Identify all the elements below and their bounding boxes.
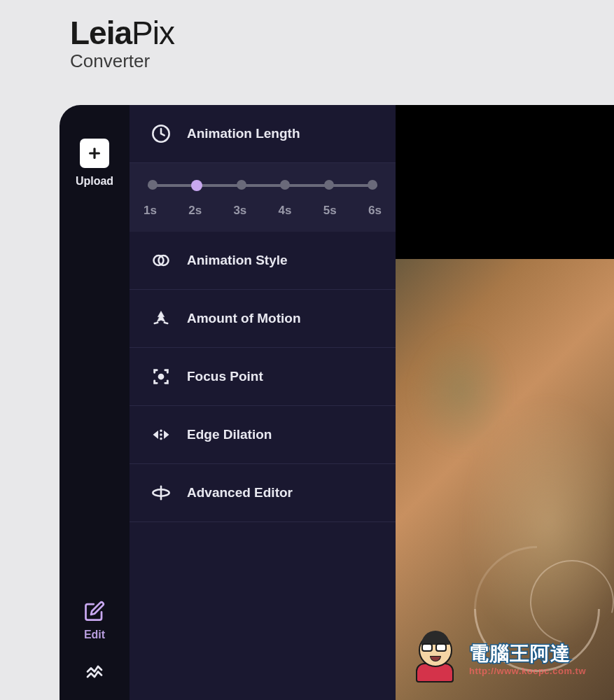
slider-dot-3[interactable] (237, 180, 246, 190)
focus-point-title: Focus Point (187, 369, 263, 384)
style-icon (151, 250, 172, 271)
watermark-url: http://www.kocpc.com.tw (469, 666, 586, 676)
sidebar-item-edit[interactable]: Edit (78, 595, 111, 647)
slider-dot-4[interactable] (280, 180, 290, 190)
edge-dilation-title: Edge Dilation (187, 427, 272, 442)
animation-length-title: Animation Length (187, 126, 300, 141)
edit-label: Edit (84, 629, 105, 641)
preview-area (396, 105, 614, 700)
app-logo: LeiaPix Converter (70, 14, 593, 72)
upload-label: Upload (76, 175, 113, 188)
edit-icon (84, 601, 105, 622)
clock-icon (151, 123, 172, 144)
watermark: 電腦王阿達 http://www.kocpc.com.tw (412, 634, 586, 682)
logo-brand-light: Pix (132, 15, 174, 51)
setting-animation-style[interactable]: Animation Style (130, 232, 396, 290)
logo-subtitle: Converter (70, 50, 593, 72)
setting-amount-of-motion[interactable]: Amount of Motion (130, 290, 396, 348)
setting-edge-dilation[interactable]: Edge Dilation (130, 406, 396, 464)
plus-icon (87, 146, 102, 161)
animation-length-slider[interactable]: 1s 2s 3s 4s 5s 6s (130, 163, 396, 232)
setting-focus-point[interactable]: Focus Point (130, 348, 396, 406)
slider-label: 1s (144, 204, 157, 218)
sidebar: Upload Edit (60, 105, 130, 700)
amount-of-motion-title: Amount of Motion (187, 311, 301, 326)
edge-icon (151, 424, 172, 445)
motion-icon (151, 308, 172, 329)
svg-line-6 (165, 323, 168, 323)
share-icon (84, 659, 105, 680)
slider-dot-6[interactable] (368, 180, 377, 190)
advanced-icon (151, 482, 172, 503)
setting-animation-length[interactable]: Animation Length (130, 105, 396, 163)
focus-icon (151, 366, 172, 387)
svg-point-7 (159, 374, 163, 379)
upload-button[interactable] (80, 139, 109, 168)
slider-label: 4s (279, 204, 292, 218)
sidebar-item-share[interactable] (78, 654, 111, 686)
app-window: Upload Edit (60, 105, 614, 700)
svg-point-8 (160, 430, 162, 431)
slider-label: 3s (233, 204, 246, 218)
svg-point-9 (160, 434, 162, 435)
sidebar-item-upload[interactable]: Upload (70, 133, 119, 193)
slider-label: 6s (368, 204, 382, 218)
slider-label: 2s (188, 204, 202, 218)
advanced-editor-title: Advanced Editor (187, 485, 293, 500)
slider-dot-2[interactable] (191, 180, 202, 191)
setting-advanced-editor[interactable]: Advanced Editor (130, 464, 396, 522)
watermark-avatar-icon (412, 634, 461, 682)
slider-dot-1[interactable] (148, 180, 158, 190)
settings-panel: Animation Length 1s 2s 3s 4s 5s (130, 105, 396, 700)
watermark-text: 電腦王阿達 (469, 640, 586, 667)
slider-track[interactable] (148, 184, 377, 187)
logo-brand-bold: Leia (70, 15, 132, 51)
animation-style-title: Animation Style (187, 253, 288, 268)
slider-label: 5s (323, 204, 337, 218)
slider-dot-5[interactable] (324, 180, 334, 190)
svg-point-10 (160, 438, 162, 440)
svg-line-5 (155, 323, 158, 323)
